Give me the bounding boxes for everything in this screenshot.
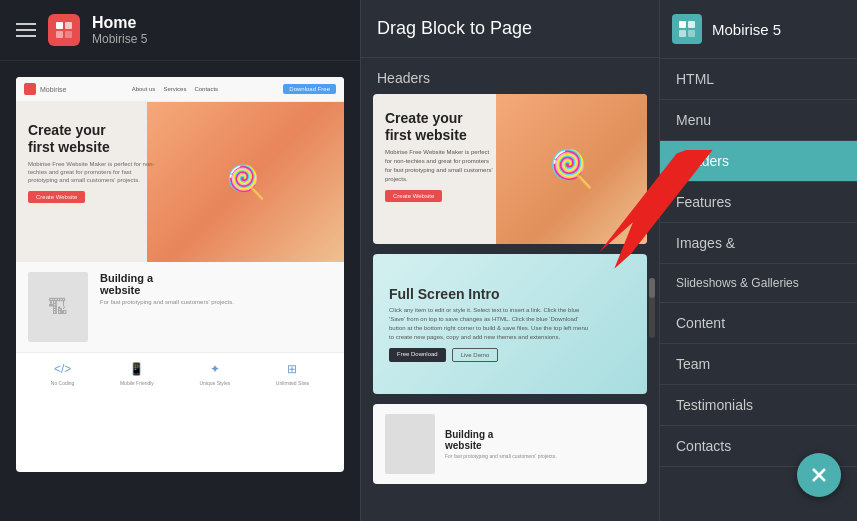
icon-mobile: 📱 Mobile Friendly bbox=[120, 361, 154, 386]
block-card-fullscreen[interactable]: Full Screen Intro Click any item to edit… bbox=[373, 254, 647, 394]
preview-headline: Create yourfirst website bbox=[28, 122, 158, 156]
svg-rect-4 bbox=[679, 21, 686, 28]
no-coding-icon: </> bbox=[53, 361, 73, 377]
preview-building: 🏗 Building awebsite For fast prototyping… bbox=[16, 262, 344, 352]
building-image: 🏗 bbox=[28, 272, 88, 342]
svg-rect-3 bbox=[65, 31, 72, 38]
no-coding-label: No Coding bbox=[51, 380, 75, 386]
nav-link-2: Services bbox=[163, 86, 186, 92]
nav-item-content[interactable]: Content bbox=[660, 303, 857, 344]
app-logo-icon bbox=[48, 14, 80, 46]
preview-icons-row: </> No Coding 📱 Mobile Friendly ✦ Unique… bbox=[16, 352, 344, 394]
nav-item-features[interactable]: Features bbox=[660, 182, 857, 223]
nav-item-headers[interactable]: Headers bbox=[660, 141, 857, 182]
preview-create-btn: Create Website bbox=[28, 191, 85, 203]
block-building-image bbox=[385, 414, 435, 474]
icon-unique: ✦ Unique Styles bbox=[199, 361, 230, 386]
close-fab-button[interactable] bbox=[797, 453, 841, 497]
left-panel: Home Mobirise 5 Mobirise About us Servic… bbox=[0, 0, 360, 521]
block-free-download-btn: Free Download bbox=[389, 348, 446, 362]
app-title: Home bbox=[92, 14, 147, 32]
block-hero-body: Mobirise Free Website Maker is perfect f… bbox=[385, 148, 495, 184]
nav-item-menu[interactable]: Menu bbox=[660, 100, 857, 141]
unlimited-label: Unlimited Sites bbox=[276, 380, 309, 386]
preview-body: Mobirise Free Website Maker is perfect f… bbox=[28, 160, 158, 185]
block-hero-image: 🍭 bbox=[496, 94, 647, 244]
block-hero: 🍭 Create yourfirst website Mobirise Free… bbox=[373, 94, 647, 244]
app-subtitle: Mobirise 5 bbox=[92, 32, 147, 46]
mobirise-logo bbox=[672, 14, 702, 44]
block-building: Building awebsite For fast prototyping a… bbox=[373, 404, 647, 484]
block-hero-headline: Create yourfirst website bbox=[385, 110, 495, 144]
right-panel-wrapper: Mobirise 5 HTML Menu Headers Features Im… bbox=[660, 0, 857, 521]
unique-icon: ✦ bbox=[205, 361, 225, 377]
nav-item-team[interactable]: Team bbox=[660, 344, 857, 385]
preview-logo: Mobirise bbox=[24, 83, 66, 95]
nav-item-testimonials[interactable]: Testimonials bbox=[660, 385, 857, 426]
hamburger-icon[interactable] bbox=[16, 23, 36, 37]
right-header: Mobirise 5 bbox=[660, 0, 857, 59]
block-card-building[interactable]: Building awebsite For fast prototyping a… bbox=[373, 404, 647, 484]
middle-panel: Drag Block to Page Headers 🍭 Create your… bbox=[360, 0, 660, 521]
scroll-indicator bbox=[649, 278, 655, 338]
icon-no-coding: </> No Coding bbox=[51, 361, 75, 386]
blocks-list[interactable]: 🍭 Create yourfirst website Mobirise Free… bbox=[361, 94, 659, 521]
preview-hero-image: 🍭 bbox=[147, 102, 344, 262]
block-hero-text: Create yourfirst website Mobirise Free W… bbox=[385, 110, 495, 202]
drag-block-header: Drag Block to Page bbox=[361, 0, 659, 58]
building-headline: Building awebsite bbox=[100, 272, 234, 296]
close-icon bbox=[809, 465, 829, 485]
block-lollipop-icon: 🍭 bbox=[549, 148, 594, 190]
scroll-thumb bbox=[649, 278, 655, 298]
website-preview: Mobirise About us Services Contacts Down… bbox=[16, 77, 344, 472]
section-label: Headers bbox=[361, 58, 659, 94]
preview-hero: 🍭 Create yourfirst website Mobirise Free… bbox=[16, 102, 344, 262]
left-header: Home Mobirise 5 bbox=[0, 0, 360, 61]
right-panel: Mobirise 5 HTML Menu Headers Features Im… bbox=[660, 0, 857, 521]
block-fullscreen-title: Full Screen Intro bbox=[389, 286, 631, 302]
svg-rect-1 bbox=[65, 22, 72, 29]
block-hero-btn: Create Website bbox=[385, 190, 442, 202]
icon-unlimited: ⊞ Unlimited Sites bbox=[276, 361, 309, 386]
preview-logo-icon bbox=[24, 83, 36, 95]
building-body: For fast prototyping and small customers… bbox=[100, 299, 234, 305]
block-building-body: For fast prototyping and small customers… bbox=[445, 453, 557, 459]
block-building-text: Building awebsite For fast prototyping a… bbox=[445, 429, 557, 459]
nav-item-images[interactable]: Images & bbox=[660, 223, 857, 264]
block-building-headline: Building awebsite bbox=[445, 429, 557, 451]
nav-link-1: About us bbox=[132, 86, 156, 92]
unlimited-icon: ⊞ bbox=[282, 361, 302, 377]
right-title: Mobirise 5 bbox=[712, 21, 781, 38]
preview-hero-text: Create yourfirst website Mobirise Free W… bbox=[28, 122, 158, 203]
block-card-hero[interactable]: 🍭 Create yourfirst website Mobirise Free… bbox=[373, 94, 647, 244]
nav-item-slideshows[interactable]: Slideshows & Galleries bbox=[660, 264, 857, 303]
unique-label: Unique Styles bbox=[199, 380, 230, 386]
building-text: Building awebsite For fast prototyping a… bbox=[100, 272, 234, 305]
preview-area: Mobirise About us Services Contacts Down… bbox=[0, 61, 360, 521]
app-title-group: Home Mobirise 5 bbox=[92, 14, 147, 46]
block-live-demo-btn: Live Demo bbox=[452, 348, 499, 362]
preview-cta: Download Free bbox=[283, 84, 336, 94]
nav-link-3: Contacts bbox=[194, 86, 218, 92]
svg-rect-5 bbox=[688, 21, 695, 28]
nav-item-html[interactable]: HTML bbox=[660, 59, 857, 100]
svg-rect-7 bbox=[688, 30, 695, 37]
svg-rect-0 bbox=[56, 22, 63, 29]
svg-rect-6 bbox=[679, 30, 686, 37]
preview-nav: Mobirise About us Services Contacts Down… bbox=[16, 77, 344, 102]
preview-brand: Mobirise bbox=[40, 86, 66, 93]
mobile-icon: 📱 bbox=[127, 361, 147, 377]
mobile-label: Mobile Friendly bbox=[120, 380, 154, 386]
right-nav: HTML Menu Headers Features Images & Slid… bbox=[660, 59, 857, 521]
preview-nav-links: About us Services Contacts bbox=[132, 86, 218, 92]
block-fullscreen-btns: Free Download Live Demo bbox=[389, 348, 631, 362]
block-fullscreen: Full Screen Intro Click any item to edit… bbox=[373, 254, 647, 394]
block-fullscreen-body: Click any item to edit or style it. Sele… bbox=[389, 306, 589, 342]
building-icon: 🏗 bbox=[48, 296, 68, 319]
svg-rect-2 bbox=[56, 31, 63, 38]
lollipop-icon: 🍭 bbox=[226, 163, 266, 201]
